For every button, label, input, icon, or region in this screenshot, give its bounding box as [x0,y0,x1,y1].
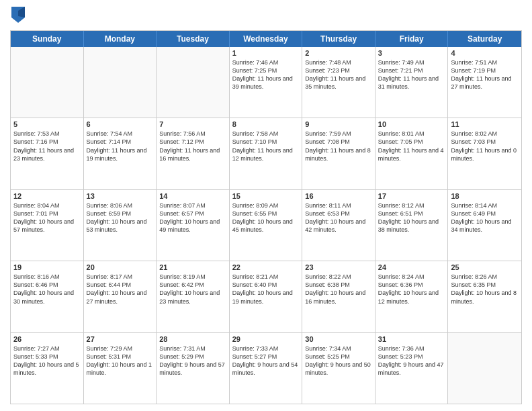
day-details: Sunrise: 8:07 AMSunset: 6:57 PMDaylight:… [159,201,226,234]
day-details: Sunrise: 7:49 AMSunset: 7:21 PMDaylight:… [378,58,445,91]
day-details: Sunrise: 7:48 AMSunset: 7:23 PMDaylight:… [305,58,372,91]
day-details: Sunrise: 7:51 AMSunset: 7:19 PMDaylight:… [451,58,519,91]
day-number: 29 [232,335,300,343]
day-number: 18 [451,192,519,200]
day-details: Sunrise: 8:06 AMSunset: 6:59 PMDaylight:… [87,201,154,234]
header-day: Thursday [302,31,375,47]
calendar-row: 26Sunrise: 7:27 AMSunset: 5:33 PMDayligh… [11,332,521,404]
logo-text [10,9,25,26]
day-details: Sunrise: 8:22 AMSunset: 6:38 PMDaylight:… [305,273,372,306]
calendar-cell: 13Sunrise: 8:06 AMSunset: 6:59 PMDayligh… [84,190,157,261]
calendar-cell: 8Sunrise: 7:58 AMSunset: 7:10 PMDaylight… [230,118,303,189]
day-number: 16 [305,192,372,200]
day-number: 12 [13,192,81,200]
calendar-cell: 14Sunrise: 8:07 AMSunset: 6:57 PMDayligh… [157,190,230,261]
calendar-cell: 28Sunrise: 7:31 AMSunset: 5:29 PMDayligh… [157,333,230,404]
calendar-cell: 27Sunrise: 7:29 AMSunset: 5:31 PMDayligh… [84,333,157,404]
day-number: 30 [305,335,372,343]
day-number: 8 [232,120,300,128]
calendar: SundayMondayTuesdayWednesdayThursdayFrid… [10,30,522,404]
logo [10,9,25,26]
calendar-cell: 30Sunrise: 7:34 AMSunset: 5:25 PMDayligh… [302,333,375,404]
header-day: Saturday [448,31,521,47]
day-number: 15 [232,192,300,200]
header-day: Friday [375,31,449,47]
header-day: Tuesday [157,31,230,47]
calendar-row: 5Sunrise: 7:53 AMSunset: 7:16 PMDaylight… [11,118,521,189]
day-number: 24 [378,263,445,271]
day-details: Sunrise: 7:54 AMSunset: 7:14 PMDaylight:… [87,130,154,163]
day-details: Sunrise: 8:02 AMSunset: 7:03 PMDaylight:… [451,130,519,163]
day-number: 28 [159,335,226,343]
day-number: 13 [87,192,154,200]
day-number: 21 [159,263,226,271]
day-details: Sunrise: 8:04 AMSunset: 7:01 PMDaylight:… [13,201,81,234]
calendar-cell: 9Sunrise: 7:59 AMSunset: 7:08 PMDaylight… [302,118,375,189]
calendar-cell: 24Sunrise: 8:24 AMSunset: 6:36 PMDayligh… [375,261,449,332]
day-number: 7 [159,120,226,128]
day-number: 4 [451,49,519,57]
calendar-cell-empty [11,47,84,118]
calendar-cell: 1Sunrise: 7:46 AMSunset: 7:25 PMDaylight… [230,47,303,118]
calendar-cell: 16Sunrise: 8:11 AMSunset: 6:53 PMDayligh… [302,190,375,261]
calendar-cell: 15Sunrise: 8:09 AMSunset: 6:55 PMDayligh… [230,190,303,261]
day-details: Sunrise: 8:21 AMSunset: 6:40 PMDaylight:… [232,273,300,306]
day-details: Sunrise: 8:26 AMSunset: 6:35 PMDaylight:… [451,273,519,306]
day-number: 26 [13,335,81,343]
calendar-cell-empty [84,47,157,118]
day-details: Sunrise: 7:31 AMSunset: 5:29 PMDaylight:… [159,345,226,377]
day-number: 10 [378,120,445,128]
calendar-row: 12Sunrise: 8:04 AMSunset: 7:01 PMDayligh… [11,189,521,261]
day-details: Sunrise: 8:19 AMSunset: 6:42 PMDaylight:… [159,273,226,306]
day-number: 1 [232,49,300,57]
day-number: 17 [378,192,445,200]
calendar-cell: 11Sunrise: 8:02 AMSunset: 7:03 PMDayligh… [448,118,521,189]
day-details: Sunrise: 7:34 AMSunset: 5:25 PMDaylight:… [305,345,372,377]
day-number: 9 [305,120,372,128]
day-number: 19 [13,263,81,271]
day-details: Sunrise: 8:17 AMSunset: 6:44 PMDaylight:… [87,273,154,306]
day-details: Sunrise: 7:58 AMSunset: 7:10 PMDaylight:… [232,130,300,163]
calendar-cell: 5Sunrise: 7:53 AMSunset: 7:16 PMDaylight… [11,118,84,189]
day-details: Sunrise: 8:09 AMSunset: 6:55 PMDaylight:… [232,201,300,234]
day-details: Sunrise: 7:33 AMSunset: 5:27 PMDaylight:… [232,345,300,377]
day-details: Sunrise: 8:24 AMSunset: 6:36 PMDaylight:… [378,273,445,306]
day-number: 14 [159,192,226,200]
calendar-cell-empty [157,47,230,118]
day-number: 11 [451,120,519,128]
header-day: Wednesday [230,31,303,47]
day-number: 5 [13,120,81,128]
calendar-cell: 4Sunrise: 7:51 AMSunset: 7:19 PMDaylight… [448,47,521,118]
day-details: Sunrise: 8:11 AMSunset: 6:53 PMDaylight:… [305,201,372,234]
day-number: 20 [87,263,154,271]
day-number: 31 [378,335,445,343]
calendar-cell: 17Sunrise: 8:12 AMSunset: 6:51 PMDayligh… [375,190,449,261]
calendar-row: 19Sunrise: 8:16 AMSunset: 6:46 PMDayligh… [11,261,521,332]
calendar-cell: 10Sunrise: 8:01 AMSunset: 7:05 PMDayligh… [375,118,449,189]
day-details: Sunrise: 7:53 AMSunset: 7:16 PMDaylight:… [13,130,81,163]
calendar-cell: 3Sunrise: 7:49 AMSunset: 7:21 PMDaylight… [375,47,449,118]
calendar-cell: 18Sunrise: 8:14 AMSunset: 6:49 PMDayligh… [448,190,521,261]
day-details: Sunrise: 8:16 AMSunset: 6:46 PMDaylight:… [13,273,81,306]
logo-icon [11,7,25,23]
day-details: Sunrise: 8:01 AMSunset: 7:05 PMDaylight:… [378,130,445,163]
day-details: Sunrise: 7:36 AMSunset: 5:23 PMDaylight:… [378,345,445,377]
calendar-cell: 23Sunrise: 8:22 AMSunset: 6:38 PMDayligh… [302,261,375,332]
day-details: Sunrise: 8:12 AMSunset: 6:51 PMDaylight:… [378,201,445,234]
calendar-cell: 20Sunrise: 8:17 AMSunset: 6:44 PMDayligh… [84,261,157,332]
calendar-cell-empty [448,333,521,404]
calendar-cell: 21Sunrise: 8:19 AMSunset: 6:42 PMDayligh… [157,261,230,332]
day-details: Sunrise: 7:27 AMSunset: 5:33 PMDaylight:… [13,345,81,377]
day-details: Sunrise: 8:14 AMSunset: 6:49 PMDaylight:… [451,201,519,234]
day-number: 25 [451,263,519,271]
day-details: Sunrise: 7:59 AMSunset: 7:08 PMDaylight:… [305,130,372,163]
day-number: 3 [378,49,445,57]
header [10,7,522,26]
calendar-cell: 19Sunrise: 8:16 AMSunset: 6:46 PMDayligh… [11,261,84,332]
day-number: 6 [87,120,154,128]
calendar-cell: 26Sunrise: 7:27 AMSunset: 5:33 PMDayligh… [11,333,84,404]
calendar-cell: 6Sunrise: 7:54 AMSunset: 7:14 PMDaylight… [84,118,157,189]
calendar-cell: 2Sunrise: 7:48 AMSunset: 7:23 PMDaylight… [302,47,375,118]
calendar-cell: 22Sunrise: 8:21 AMSunset: 6:40 PMDayligh… [230,261,303,332]
day-details: Sunrise: 7:56 AMSunset: 7:12 PMDaylight:… [159,130,226,163]
